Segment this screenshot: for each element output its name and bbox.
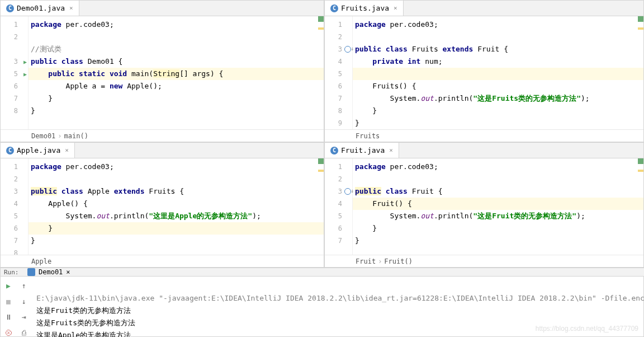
file-tab[interactable]: C Apple.java × bbox=[1, 143, 75, 158]
line-number[interactable]: 5 bbox=[325, 68, 352, 80]
code-line[interactable]: package per.code03; bbox=[29, 161, 324, 173]
code-line[interactable] bbox=[353, 173, 643, 185]
line-number[interactable] bbox=[1, 43, 28, 55]
line-number[interactable]: 5▶ bbox=[1, 68, 28, 80]
line-number[interactable]: 3 bbox=[325, 185, 352, 198]
code-line[interactable]: } bbox=[29, 222, 324, 235]
code-line[interactable] bbox=[29, 31, 324, 43]
code-line[interactable] bbox=[29, 247, 324, 255]
close-icon[interactable]: × bbox=[65, 147, 69, 154]
line-number[interactable]: 1 bbox=[325, 161, 352, 173]
code-line[interactable]: public class Fruits extends Fruit { bbox=[353, 43, 643, 55]
line-number[interactable]: 3 bbox=[1, 185, 28, 198]
code-line[interactable]: package per.code03; bbox=[353, 161, 643, 173]
line-number[interactable]: 4 bbox=[325, 55, 352, 68]
line-number[interactable]: 6 bbox=[325, 80, 352, 92]
run-gutter-icon[interactable]: ▶ bbox=[23, 71, 27, 77]
code-line[interactable]: package per.code03; bbox=[353, 18, 643, 31]
code-line[interactable]: } bbox=[29, 235, 324, 247]
code-line[interactable] bbox=[353, 31, 643, 43]
code-line[interactable]: } bbox=[353, 117, 643, 129]
code-line[interactable]: //测试类 bbox=[29, 43, 324, 55]
close-icon[interactable]: × bbox=[389, 147, 393, 154]
pause-icon[interactable]: ⏸ bbox=[4, 312, 13, 321]
code-line[interactable]: public class Apple extends Fruits { bbox=[29, 185, 324, 198]
file-tab[interactable]: C Fruits.java × bbox=[325, 1, 404, 16]
print-icon[interactable]: ⎙ bbox=[20, 328, 29, 337]
code-line[interactable] bbox=[353, 68, 643, 80]
code-editor[interactable]: 12345678 package per.code03;public class… bbox=[1, 158, 324, 255]
code-line[interactable]: public class Fruit { bbox=[353, 185, 643, 198]
line-number[interactable]: 4 bbox=[1, 198, 28, 210]
breadcrumb-item[interactable]: Apple bbox=[31, 258, 51, 265]
breadcrumb-item[interactable]: main() bbox=[64, 132, 88, 140]
file-tab[interactable]: C Fruit.java × bbox=[325, 143, 399, 158]
line-number[interactable]: 7 bbox=[1, 92, 28, 105]
run-gutter-icon[interactable]: ▶ bbox=[23, 59, 27, 65]
stop-icon[interactable]: ■ bbox=[4, 297, 13, 306]
line-number[interactable]: 7 bbox=[325, 235, 352, 247]
line-number[interactable]: 9 bbox=[325, 117, 352, 129]
code-line[interactable] bbox=[29, 173, 324, 185]
code-editor[interactable]: 123456789 package per.code03;public clas… bbox=[325, 16, 643, 129]
close-icon[interactable]: × bbox=[394, 4, 397, 12]
code-line[interactable]: Apple() { bbox=[29, 198, 324, 210]
line-number[interactable]: 1 bbox=[1, 161, 28, 173]
run-config-name[interactable]: Demo01 bbox=[39, 268, 63, 276]
line-number[interactable]: 3▶ bbox=[1, 55, 28, 68]
breadcrumb-item[interactable]: Fruits bbox=[356, 132, 380, 140]
console-output[interactable]: E:\java\jdk-11\bin\java.exe "-javaagent:… bbox=[32, 277, 644, 337]
line-number[interactable]: 3 bbox=[325, 43, 352, 55]
rerun-icon[interactable]: ▶ bbox=[4, 281, 13, 290]
line-number[interactable]: 4 bbox=[325, 198, 352, 210]
code-line[interactable]: System.out.println("这里是Apple的无参构造方法"); bbox=[29, 210, 324, 222]
line-number[interactable]: 2 bbox=[1, 31, 28, 43]
line-number[interactable]: 6 bbox=[1, 222, 28, 235]
code-area[interactable]: package per.code03;public class Fruits e… bbox=[353, 16, 643, 129]
close-icon[interactable]: × bbox=[66, 268, 70, 276]
code-line[interactable]: Apple a = new Apple(); bbox=[29, 80, 324, 92]
code-area[interactable]: package per.code03;public class Apple ex… bbox=[29, 158, 324, 255]
line-number[interactable]: 1 bbox=[325, 18, 352, 31]
line-number[interactable]: 2 bbox=[325, 173, 352, 185]
code-area[interactable]: package per.code03;public class Fruit { … bbox=[353, 158, 643, 255]
line-number[interactable]: 1 bbox=[1, 18, 28, 31]
code-line[interactable]: Fruits() { bbox=[353, 80, 643, 92]
down-icon[interactable]: ↓ bbox=[20, 297, 29, 306]
breadcrumb-item[interactable]: Fruit bbox=[356, 258, 376, 265]
code-editor[interactable]: 1234567 package per.code03;public class … bbox=[325, 158, 643, 255]
code-line[interactable]: public static void main(String[] args) { bbox=[29, 68, 324, 80]
breadcrumb-item[interactable]: Fruit() bbox=[384, 258, 413, 265]
line-number[interactable]: 5 bbox=[325, 210, 352, 222]
code-line[interactable]: } bbox=[29, 92, 324, 105]
code-line[interactable]: Fruit() { bbox=[353, 198, 643, 210]
file-tab[interactable]: C Demo01.java × bbox=[1, 1, 79, 16]
override-gutter-icon[interactable] bbox=[344, 188, 351, 195]
close-icon[interactable]: × bbox=[69, 4, 73, 12]
exit-icon[interactable]: ⮾ bbox=[4, 328, 13, 337]
code-editor[interactable]: 123▶5▶678 package per.code03;//测试类public… bbox=[1, 16, 324, 129]
line-number[interactable]: 6 bbox=[1, 80, 28, 92]
override-gutter-icon[interactable] bbox=[344, 46, 351, 53]
code-line[interactable]: } bbox=[353, 235, 643, 247]
soft-wrap-icon[interactable]: ⇥ bbox=[20, 312, 29, 321]
code-line[interactable]: System.out.println("这是Fruit类的无参构造方法"); bbox=[353, 210, 643, 222]
code-line[interactable]: private int num; bbox=[353, 55, 643, 68]
line-number[interactable]: 7 bbox=[1, 235, 28, 247]
code-line[interactable]: } bbox=[353, 222, 643, 235]
line-number[interactable]: 8 bbox=[1, 105, 28, 117]
code-line[interactable]: } bbox=[29, 105, 324, 117]
line-number[interactable]: 8 bbox=[1, 247, 28, 255]
code-line[interactable]: System.out.println("这是Fruits类的无参构造方法"); bbox=[353, 92, 643, 105]
code-line[interactable]: public class Demo01 { bbox=[29, 55, 324, 68]
code-area[interactable]: package per.code03;//测试类public class Dem… bbox=[29, 16, 324, 129]
line-number[interactable]: 6 bbox=[325, 222, 352, 235]
breadcrumb-item[interactable]: Demo01 bbox=[31, 132, 55, 140]
line-number[interactable]: 8 bbox=[325, 105, 352, 117]
code-line[interactable]: package per.code03; bbox=[29, 18, 324, 31]
line-number[interactable]: 2 bbox=[325, 31, 352, 43]
code-line[interactable]: } bbox=[353, 105, 643, 117]
line-number[interactable]: 2 bbox=[1, 173, 28, 185]
up-icon[interactable]: ↑ bbox=[20, 281, 29, 290]
line-number[interactable]: 5 bbox=[1, 210, 28, 222]
